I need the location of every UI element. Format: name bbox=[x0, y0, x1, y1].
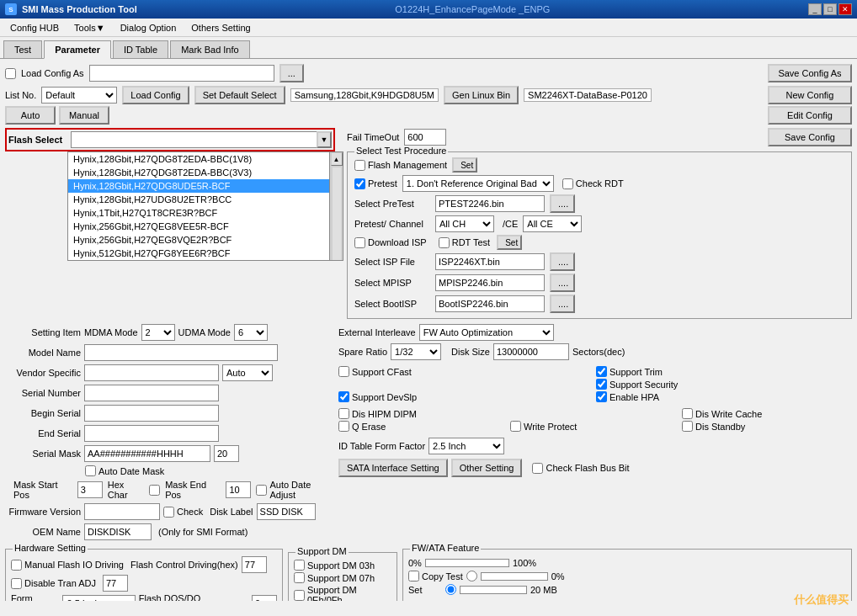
flash-management-check[interactable] bbox=[354, 160, 365, 171]
mask-end-input[interactable] bbox=[226, 481, 251, 498]
boot-isp-input[interactable] bbox=[435, 295, 545, 312]
gen-linux-btn[interactable]: Gen Linux Bin bbox=[444, 86, 519, 104]
tab-id-table[interactable]: ID Table bbox=[113, 40, 168, 58]
auto-date-adj-check[interactable] bbox=[256, 485, 267, 496]
sata-interface-btn[interactable]: SATA Interface Setting bbox=[338, 459, 448, 477]
disk-label-input[interactable] bbox=[257, 503, 316, 520]
save-config-as-btn[interactable]: Save Config As bbox=[768, 64, 852, 82]
mask-start-input[interactable] bbox=[77, 481, 103, 498]
menu-others-setting[interactable]: Others Setting bbox=[184, 21, 257, 35]
q-erase-check[interactable] bbox=[338, 421, 349, 432]
mpisp-input[interactable] bbox=[435, 274, 545, 291]
load-config-as-check[interactable] bbox=[5, 68, 16, 79]
check-rdt-check[interactable] bbox=[562, 178, 573, 189]
serial-number-input[interactable] bbox=[84, 385, 219, 401]
vendor-auto-select[interactable]: Auto bbox=[222, 364, 273, 381]
flash-dropdown-list[interactable]: Hynix,128Gbit,H27QDG8T2EDA-BBC(1V8) Hyni… bbox=[67, 151, 343, 261]
serial-mask-num[interactable] bbox=[214, 445, 239, 462]
flash-option-8[interactable]: Hynix,512Gbit,H27QFG8YQE3R?BCF bbox=[68, 260, 329, 261]
other-setting-btn[interactable]: Other Setting bbox=[451, 459, 523, 477]
ext-interleave-select[interactable]: FW Auto Optimization bbox=[419, 324, 554, 341]
flash-option-2[interactable]: Hynix,128Gbit,H27QDG8UDE5R-BCF bbox=[68, 179, 329, 193]
set-default-btn[interactable]: Set Default Select bbox=[194, 86, 285, 104]
flash-option-5[interactable]: Hynix,256Gbit,H27QEG8VEE5R-BCF bbox=[68, 220, 329, 233]
model-name-input[interactable] bbox=[84, 344, 278, 361]
end-serial-input[interactable] bbox=[84, 425, 219, 442]
minimize-btn[interactable]: _ bbox=[808, 3, 822, 15]
copy-radio-off[interactable] bbox=[466, 571, 477, 581]
fw-check[interactable] bbox=[163, 507, 174, 518]
new-config-btn[interactable]: New Config bbox=[768, 86, 852, 104]
tab-mark-bad-info[interactable]: Mark Bad Info bbox=[170, 40, 249, 58]
menu-dialog-option[interactable]: Dialog Option bbox=[114, 21, 184, 35]
load-config-as-input[interactable] bbox=[89, 65, 274, 82]
firmware-version-input[interactable] bbox=[84, 503, 160, 520]
menu-tools[interactable]: Tools▼ bbox=[67, 21, 112, 35]
manual-flash-io-check[interactable] bbox=[11, 560, 22, 571]
flash-option-0[interactable]: Hynix,128Gbit,H27QDG8T2EDA-BBC(1V8) bbox=[68, 152, 329, 166]
dm-03h-check[interactable] bbox=[294, 560, 305, 571]
support-devslp-check[interactable] bbox=[338, 391, 349, 402]
dis-write-cache-check[interactable] bbox=[682, 408, 693, 419]
dm-07h-check[interactable] bbox=[294, 572, 305, 583]
mdma-select[interactable]: 2 bbox=[141, 324, 175, 341]
browse-btn[interactable]: ... bbox=[279, 64, 304, 82]
flash-select-input[interactable] bbox=[71, 131, 332, 148]
flash-option-3[interactable]: Hynix,128Gbit,H27UDG8U2ETR?BCC bbox=[68, 193, 329, 206]
tab-test[interactable]: Test bbox=[3, 40, 42, 58]
hw-form-factor-select[interactable]: 2.5 Inch bbox=[62, 595, 135, 601]
dis-standby-check[interactable] bbox=[682, 421, 693, 432]
disable-tran-adj-check[interactable] bbox=[11, 578, 22, 589]
isp-file-input[interactable] bbox=[435, 253, 545, 270]
enable-hpa-check[interactable] bbox=[596, 391, 607, 402]
ce-select[interactable]: All CE bbox=[523, 215, 582, 232]
oem-name-input[interactable] bbox=[84, 523, 152, 540]
begin-serial-input[interactable] bbox=[84, 405, 219, 422]
check-flash-bus-check[interactable] bbox=[532, 463, 543, 474]
menu-config-hub[interactable]: Config HUB bbox=[3, 21, 66, 35]
copy-test-check[interactable] bbox=[408, 571, 419, 581]
auto-btn[interactable]: Auto bbox=[5, 106, 56, 125]
dis-hipm-check[interactable] bbox=[338, 408, 349, 419]
support-cfast-check[interactable] bbox=[338, 366, 349, 377]
flash-option-6[interactable]: Hynix,256Gbit,H27QEG8VQE2R?BCF bbox=[68, 233, 329, 247]
edit-config-btn[interactable]: Edit Config bbox=[768, 106, 852, 125]
flash-dos-input[interactable] bbox=[252, 595, 277, 601]
hex-char-check[interactable] bbox=[149, 485, 160, 496]
serial-mask-input[interactable] bbox=[84, 445, 210, 462]
download-isp-check[interactable] bbox=[354, 237, 365, 248]
tran-adj-input[interactable] bbox=[103, 575, 128, 592]
pretest-input[interactable] bbox=[435, 195, 545, 212]
pretest-option-select[interactable]: 1. Don't Reference Original Bad bbox=[402, 175, 554, 192]
close-btn[interactable]: ✕ bbox=[838, 3, 852, 15]
isp-browse[interactable]: .... bbox=[550, 252, 575, 271]
copy-radio-on[interactable] bbox=[445, 584, 456, 595]
disk-size-input[interactable] bbox=[493, 343, 569, 360]
boot-browse[interactable]: .... bbox=[550, 295, 575, 313]
rdt-test-check[interactable] bbox=[439, 237, 450, 248]
maximize-btn[interactable]: □ bbox=[823, 3, 837, 15]
spare-ratio-select[interactable]: 1/32 bbox=[391, 343, 441, 360]
flash-select-dropdown-btn[interactable]: ▼ bbox=[317, 131, 332, 148]
support-security-check[interactable] bbox=[596, 379, 607, 390]
support-trim-check[interactable] bbox=[596, 366, 607, 377]
manual-btn[interactable]: Manual bbox=[59, 106, 109, 125]
pretest-browse[interactable]: .... bbox=[550, 194, 575, 213]
fail-timeout-input[interactable] bbox=[404, 129, 446, 146]
flash-option-1[interactable]: Hynix,128Gbit,H27QDG8T2EDA-BBC(3V3) bbox=[68, 166, 329, 179]
mpisp-browse[interactable]: .... bbox=[550, 273, 575, 292]
vendor-specific-input[interactable] bbox=[84, 364, 219, 381]
list-no-select[interactable]: Default bbox=[41, 87, 117, 104]
rdt-set-btn[interactable]: Set bbox=[497, 235, 522, 250]
flash-ctrl-input[interactable] bbox=[242, 556, 267, 573]
flash-option-7[interactable]: Hynix,512Gbit,H27QFG8YEE6R?BCF bbox=[68, 247, 329, 260]
auto-date-mask-check[interactable] bbox=[85, 465, 96, 476]
pretest-check[interactable] bbox=[354, 178, 365, 189]
form-factor-select[interactable]: 2.5 Inch bbox=[428, 438, 504, 454]
scroll-up-btn[interactable]: ▲ bbox=[331, 152, 343, 166]
write-protect-check[interactable] bbox=[510, 421, 521, 432]
test-set-btn[interactable]: Set bbox=[452, 157, 477, 173]
tab-parameter[interactable]: Parameter bbox=[44, 40, 111, 59]
channel-select[interactable]: All CH bbox=[435, 215, 494, 232]
dm-0eh-check[interactable] bbox=[294, 590, 305, 601]
